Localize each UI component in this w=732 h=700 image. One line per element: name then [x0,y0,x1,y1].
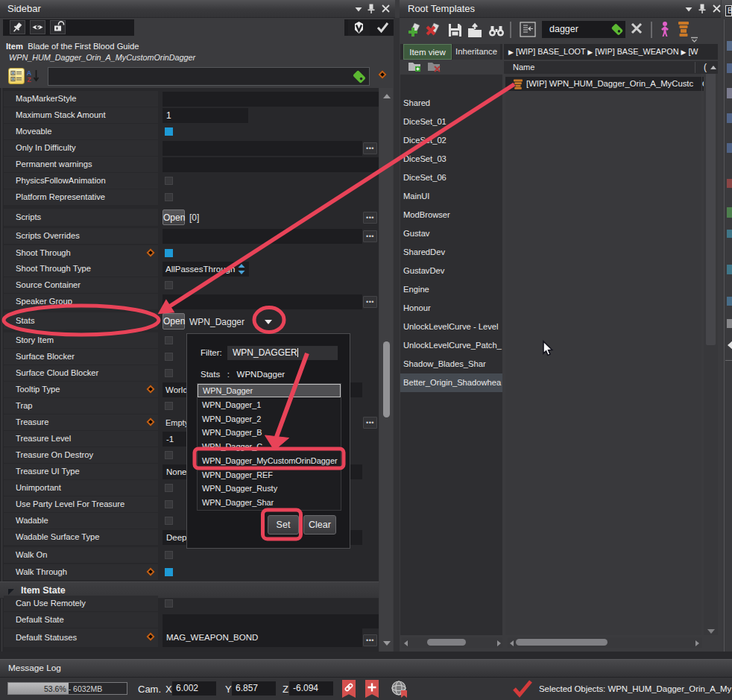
svg-text:Z: Z [27,76,31,83]
svg-text:A: A [27,69,32,77]
